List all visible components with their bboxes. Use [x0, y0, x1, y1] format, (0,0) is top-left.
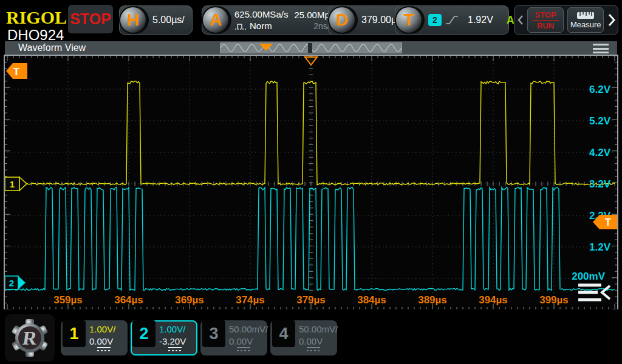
- channel-1-scale: 1.00V/: [89, 323, 115, 335]
- channel-3-offset: 0.00V: [229, 335, 268, 348]
- acquire-button[interactable]: A 625.00MSa/s Norm 25.00Mpts 2ns/pt: [202, 5, 343, 35]
- stop-run-button[interactable]: STOP RUN: [527, 7, 564, 33]
- channel-2-number[interactable]: 2: [132, 320, 156, 347]
- time-label: 369µs: [175, 294, 204, 306]
- view-tab-bar: Waveform View: [5, 41, 617, 56]
- horizontal-icon[interactable]: H: [119, 6, 147, 34]
- quick-controls: STOP RUN Measure: [514, 5, 618, 35]
- time-label: 389µs: [418, 294, 447, 306]
- norm-pulse-icon: [234, 22, 247, 30]
- ch2-marker[interactable]: 2: [5, 276, 26, 289]
- dc-coupling-icon: [168, 347, 182, 352]
- trigger-indicator-label: T: [13, 66, 20, 78]
- voltage-label: 3.2V: [589, 178, 611, 190]
- channel-2-offset: -3.20V: [159, 335, 186, 348]
- channel-3-card[interactable]: 3 50.00mV/ 0.00V: [200, 320, 267, 356]
- time-label: 364µs: [114, 294, 143, 306]
- trigger-level-value: 1.92V: [468, 15, 493, 25]
- channel-4-offset: 0.00V: [299, 335, 338, 348]
- channel-2-card[interactable]: 2 1.00V/ -3.20V: [131, 320, 197, 356]
- channel-2-scale: 1.00V/: [159, 323, 186, 335]
- horizontal-scale-button[interactable]: H 5.00µs/: [119, 5, 193, 35]
- top-bar: RIGOL STOP H 5.00µs/ A 625.00MSa/s Norm: [0, 0, 622, 41]
- collapse-menu-icon[interactable]: [578, 285, 610, 300]
- trigger-sweep-mode: A: [507, 14, 514, 27]
- voltage-label: 1.2V: [589, 241, 611, 253]
- trigger-indicator-icon[interactable]: T: [6, 63, 27, 79]
- channel-4-card[interactable]: 4 50.00mV/ 0.00V: [270, 320, 337, 356]
- channel-1-number[interactable]: 1: [63, 320, 86, 347]
- graticule: [5, 56, 617, 309]
- waveform-display-area[interactable]: 6.2V 5.2V 4.2V 3.2V 2.2V 1.2V 200mV 359µ…: [5, 56, 617, 309]
- stop-label: STOP: [535, 10, 556, 19]
- voltage-label: 5.2V: [589, 115, 611, 127]
- run-label: RUN: [537, 21, 554, 30]
- acquire-mode: Norm: [250, 21, 272, 31]
- voltage-label: 6.2V: [589, 84, 611, 95]
- oscilloscope-screen: RIGOL STOP H 5.00µs/ A 625.00MSa/s Norm: [0, 0, 622, 364]
- rising-edge-icon: [445, 15, 459, 25]
- dc-coupling-icon: [237, 347, 250, 352]
- waveform-overview-strip[interactable]: [220, 42, 402, 53]
- trigger-icon[interactable]: T: [395, 6, 423, 34]
- stop-run-divider: [532, 20, 559, 21]
- measure-label: Measure: [570, 20, 601, 29]
- time-axis-labels: 359µs 364µs 369µs 374µs 379µs 384µs 389µ…: [53, 294, 569, 306]
- sample-rate: 625.00MSa/s: [234, 9, 288, 19]
- channel-1-offset: 0.00V: [89, 335, 115, 348]
- channel-3-scale: 50.00mV/: [229, 323, 268, 335]
- view-title: Waveform View: [18, 42, 86, 53]
- rigol-logo: RIGOL: [6, 7, 67, 28]
- next-page-icon[interactable]: [607, 13, 615, 27]
- channel-1-card[interactable]: 1 1.00V/ 0.00V: [61, 320, 128, 356]
- voltage-label: 4.2V: [589, 147, 611, 158]
- horizontal-scale-value: 5.00µs/: [147, 15, 192, 25]
- trigger-button[interactable]: T 2 1.92V A: [395, 5, 509, 35]
- measure-button[interactable]: Measure: [567, 7, 604, 33]
- trigger-position-icon[interactable]: [305, 57, 317, 65]
- model-name: DHO924: [7, 27, 64, 44]
- ch2-marker-label: 2: [9, 278, 14, 288]
- dc-coupling-icon: [307, 347, 320, 352]
- trigger-source-badge: 2: [428, 14, 442, 26]
- ruler-icon: [576, 11, 595, 19]
- time-label: 374µs: [236, 294, 265, 306]
- overview-trigger-notch: [308, 43, 312, 53]
- acquisition-status-badge[interactable]: STOP: [68, 5, 113, 33]
- gear-logo[interactable]: R: [5, 314, 55, 362]
- ch1-marker-label: 1: [10, 179, 15, 189]
- channel-3-number[interactable]: 3: [202, 320, 225, 347]
- overview-sine-icon: [220, 43, 402, 53]
- dc-coupling-icon: [97, 347, 111, 352]
- time-label: 384µs: [357, 294, 386, 306]
- trigger-level-label: T: [605, 217, 611, 228]
- acquire-icon[interactable]: A: [202, 6, 230, 34]
- ch1-marker[interactable]: 1: [5, 177, 27, 190]
- channel-4-number[interactable]: 4: [272, 320, 295, 347]
- delay-icon[interactable]: D: [328, 6, 356, 34]
- bottom-bar: R 1 1.00V/ 0.00V 2 1.00V/ -3.20V 3 50.00…: [0, 309, 622, 364]
- time-label: 379µs: [296, 294, 326, 306]
- menu-icon[interactable]: [593, 44, 609, 53]
- time-label: 399µs: [539, 294, 569, 306]
- time-label: 394µs: [479, 294, 508, 306]
- voltage-axis-labels: 6.2V 5.2V 4.2V 3.2V 2.2V 1.2V 200mV: [572, 84, 610, 282]
- time-label: 359µs: [53, 294, 83, 306]
- prev-page-icon[interactable]: [517, 14, 524, 26]
- channel-4-scale: 50.00mV/: [299, 323, 338, 335]
- voltage-label: 200mV: [572, 271, 605, 282]
